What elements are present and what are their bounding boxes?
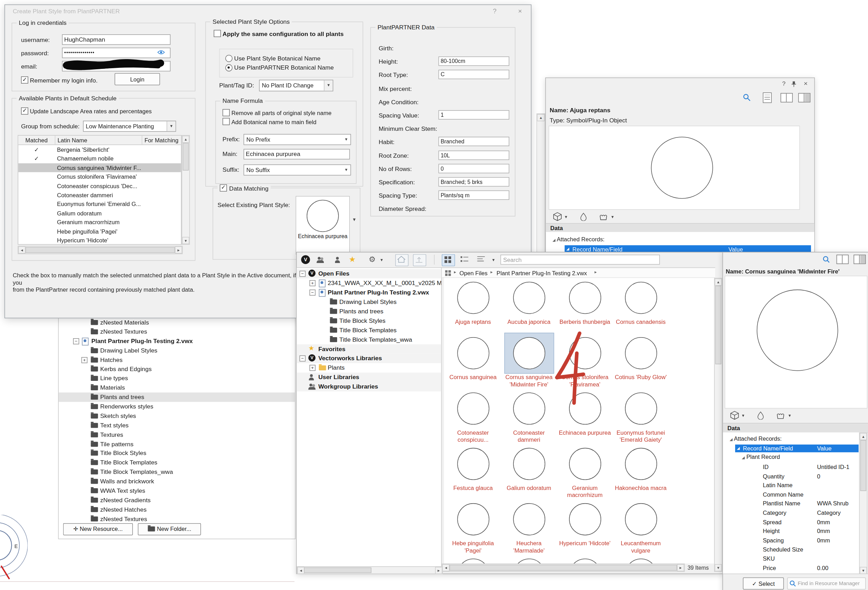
- resource-tree-item[interactable]: −Plant Partner Plug-In Testing 2.vwx: [59, 336, 295, 346]
- record-field-row[interactable]: Spacing0mm: [723, 536, 860, 545]
- droplet-icon[interactable]: [580, 212, 587, 221]
- rm-tree-item[interactable]: User Libraries: [297, 372, 441, 382]
- search-icon[interactable]: [743, 94, 750, 102]
- rm-tree-item[interactable]: −VVectorworks Libraries: [297, 354, 441, 363]
- record-field-row[interactable]: Price0.00: [723, 563, 860, 572]
- chevron-down-icon[interactable]: ▼: [167, 121, 175, 131]
- breadcrumb-file[interactable]: Plant Partner Plug-In Testing 2.vwx: [497, 270, 587, 276]
- rm-content-vscrollbar[interactable]: ▲▼: [714, 278, 722, 572]
- tree-expander-icon[interactable]: −: [300, 355, 305, 361]
- close-icon[interactable]: ×: [518, 7, 522, 15]
- resource-item[interactable]: Cornus sanguinea: [445, 333, 501, 389]
- group-from-schedule-dropdown[interactable]: Low Maintenance Planting ▼: [83, 121, 176, 132]
- username-input[interactable]: HughChapman: [62, 34, 170, 45]
- plant-table-row[interactable]: Cornus sanguinea 'Midwinter F...: [18, 163, 181, 173]
- vectorworks-logo-icon[interactable]: V: [301, 255, 310, 264]
- rm-tree-item[interactable]: Drawing Label Styles: [297, 297, 441, 307]
- rm-tree-item[interactable]: −Plant Partner Plug-In Testing 2.vwx: [297, 288, 441, 297]
- resource-item[interactable]: Festuca glauca: [445, 444, 501, 499]
- find-in-rm-field[interactable]: Find in Resource Manager: [787, 577, 866, 590]
- plant-table-row[interactable]: Cotoneaster dammeri: [18, 190, 181, 199]
- resource-item[interactable]: Hypericum 'Hidcote': [557, 499, 613, 555]
- existing-style-preview[interactable]: Echinacea purpurea: [295, 196, 350, 255]
- record-header-row[interactable]: ◢ Record Name/Field Value: [735, 444, 859, 452]
- resource-item[interactable]: Cotoneaster conspicuu...: [445, 389, 501, 444]
- update-rates-checkbox[interactable]: ✓: [21, 108, 28, 115]
- record-field-row[interactable]: Quantity0: [723, 472, 860, 481]
- tree-expander-icon[interactable]: −: [310, 289, 316, 295]
- search-icon[interactable]: [822, 256, 830, 263]
- resource-tree-item[interactable]: Renderworks styles: [59, 402, 295, 411]
- resource-item[interactable]: Galium odoratum: [501, 444, 557, 499]
- chevron-down-icon[interactable]: ▼: [324, 80, 332, 91]
- resource-tree-item[interactable]: Line types: [59, 374, 295, 383]
- palette-scrollbar[interactable]: ▲: [536, 113, 545, 253]
- record-field-row[interactable]: Common Name: [723, 490, 860, 499]
- resource-tree-item[interactable]: zNested Materials: [59, 318, 295, 327]
- record-field-row[interactable]: IDUntitled ID-1: [723, 462, 860, 472]
- chevron-down-icon[interactable]: ▼: [564, 215, 568, 218]
- tree-expander-icon[interactable]: +: [310, 365, 316, 371]
- list-view-button[interactable]: [461, 256, 468, 263]
- plant-table-row[interactable]: Geranium macrorrhizum: [18, 218, 181, 227]
- chevron-down-icon[interactable]: ▼: [611, 215, 614, 218]
- tree-expander-icon[interactable]: −: [300, 271, 305, 277]
- record-field-row[interactable]: SKU: [723, 554, 860, 563]
- select-button[interactable]: ✓Select: [743, 577, 784, 590]
- resource-item[interactable]: Cornus stolonifera 'Flaviramea': [557, 333, 613, 389]
- rm-tree-item[interactable]: ★Favorites: [297, 345, 441, 354]
- rm-tree-item[interactable]: +2341_WWA_XX_XX_M_L_0001_v2025 MO...: [297, 279, 441, 288]
- main-input[interactable]: Echinacea purpurea: [244, 149, 350, 159]
- rm-tree-item[interactable]: Plants and trees: [297, 307, 441, 316]
- chevron-down-icon[interactable]: ▼: [352, 217, 357, 222]
- breadcrumb-open-files[interactable]: Open Files: [459, 270, 487, 276]
- workgroup-icon[interactable]: [316, 257, 324, 263]
- partner-field-input[interactable]: Branched: [438, 137, 509, 146]
- resource-item[interactable]: Echinacea purpurea: [557, 389, 613, 444]
- resource-tree-item[interactable]: Textures: [59, 430, 295, 439]
- plant-table-hscrollbar[interactable]: ◄ ►: [18, 246, 183, 254]
- partner-field-input[interactable]: Plants/sq m: [438, 190, 509, 200]
- rm-tree-item[interactable]: +Plants: [297, 363, 441, 372]
- rm-tree-item[interactable]: Title Block Templates: [297, 326, 441, 335]
- record-field-row[interactable]: Plantlist NameWWA Shrub: [723, 499, 860, 508]
- palette-titlebar[interactable]: ? ×: [546, 78, 815, 90]
- plant-record-row[interactable]: ◢ Plant Record: [742, 453, 780, 460]
- add-botanical-checkbox[interactable]: [223, 118, 230, 125]
- triangle-expander-icon[interactable]: ◢: [729, 437, 733, 441]
- chevron-down-icon[interactable]: ▼: [342, 135, 350, 145]
- col-latin-name[interactable]: Latin Name: [55, 136, 142, 145]
- resource-item[interactable]: Hakonechloa macra: [613, 444, 669, 499]
- help-icon[interactable]: ?: [493, 7, 497, 15]
- dialog-titlebar[interactable]: Create Plant Style from PlantPARTNER ? ×: [5, 5, 531, 18]
- rm-tree-hscrollbar[interactable]: ◄►: [297, 566, 443, 574]
- rp-records-vscrollbar[interactable]: ▲▼: [859, 432, 868, 574]
- triangle-expander-icon[interactable]: ◢: [742, 456, 745, 460]
- split-view-icon[interactable]: [837, 255, 849, 264]
- tree-expander-icon[interactable]: +: [81, 357, 87, 363]
- plant-table-row[interactable]: Galium odoratum: [18, 208, 181, 218]
- resource-item[interactable]: Berberis thunbergia: [557, 278, 613, 333]
- rm-tree-item[interactable]: Workgroup Libraries: [297, 382, 441, 391]
- triangle-expander-icon[interactable]: ◢: [552, 238, 556, 242]
- data-section-header[interactable]: Data: [546, 223, 815, 233]
- record-field-row[interactable]: Latin Name: [723, 481, 860, 490]
- split-view-icon[interactable]: [781, 93, 793, 102]
- resource-item[interactable]: Euonymus fortunei 'Emerald Gaiety': [613, 389, 669, 444]
- attached-records-row[interactable]: ◢ Attached Records:: [552, 236, 605, 242]
- resource-tree-item[interactable]: zNested Gradients: [59, 496, 295, 505]
- chevron-down-icon[interactable]: ▼: [788, 413, 791, 417]
- resource-tree-item[interactable]: Title Block Templates_wwa: [59, 467, 295, 477]
- home-button[interactable]: [395, 254, 409, 267]
- cube-icon[interactable]: [552, 212, 562, 221]
- worksheet-icon[interactable]: [763, 92, 772, 103]
- rm-tree-item[interactable]: −VOpen Files: [297, 269, 441, 279]
- plant-table-row[interactable]: ✓Bergenia 'Silberlicht': [18, 145, 181, 154]
- resource-tree-item[interactable]: Kerbs and Edgings: [59, 364, 295, 374]
- radio-use-plant-style-botanical[interactable]: [225, 55, 233, 62]
- resource-tree-item[interactable]: WWA Text styles: [59, 486, 295, 496]
- import-button[interactable]: [413, 254, 426, 267]
- rm-tree-item[interactable]: Title Block Templates_wwa: [297, 335, 441, 345]
- triangle-expander-icon[interactable]: ◢: [737, 444, 740, 452]
- plant-table-row[interactable]: Hebe pinguifolia 'Pagei': [18, 227, 181, 236]
